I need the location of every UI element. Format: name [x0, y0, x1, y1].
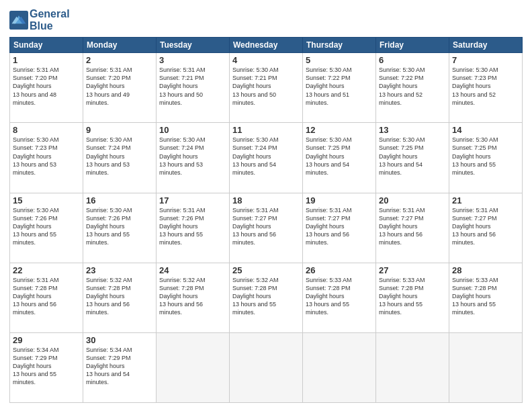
day-number: 18: [232, 195, 300, 205]
day-number: 15: [13, 195, 80, 205]
calendar-cell: 1Sunrise: 5:31 AMSunset: 7:20 PMDaylight…: [10, 53, 83, 123]
day-number: 23: [86, 265, 153, 275]
day-number: 29: [13, 335, 80, 345]
cell-info: Sunrise: 5:31 AMSunset: 7:20 PMDaylight …: [13, 66, 80, 107]
cell-info: Sunrise: 5:30 AMSunset: 7:21 PMDaylight …: [232, 66, 300, 107]
cell-info: Sunrise: 5:30 AMSunset: 7:22 PMDaylight …: [379, 66, 446, 107]
day-number: 1: [13, 55, 80, 65]
calendar-cell: 3Sunrise: 5:31 AMSunset: 7:21 PMDaylight…: [157, 53, 230, 123]
weekday-header-row: SundayMondayTuesdayWednesdayThursdayFrid…: [10, 38, 523, 53]
cell-info: Sunrise: 5:33 AMSunset: 7:28 PMDaylight …: [452, 276, 519, 317]
day-number: 7: [452, 55, 519, 65]
cell-info: Sunrise: 5:30 AMSunset: 7:26 PMDaylight …: [86, 206, 153, 247]
cell-info: Sunrise: 5:31 AMSunset: 7:27 PMDaylight …: [452, 206, 519, 247]
cell-info: Sunrise: 5:30 AMSunset: 7:25 PMDaylight …: [306, 136, 373, 177]
calendar-cell: 11Sunrise: 5:30 AMSunset: 7:24 PMDayligh…: [230, 123, 303, 193]
cell-info: Sunrise: 5:30 AMSunset: 7:25 PMDaylight …: [379, 136, 446, 177]
day-number: 14: [452, 125, 519, 135]
calendar-cell: 13Sunrise: 5:30 AMSunset: 7:25 PMDayligh…: [376, 123, 449, 193]
calendar-cell: 21Sunrise: 5:31 AMSunset: 7:27 PMDayligh…: [449, 193, 523, 263]
day-number: 22: [13, 265, 80, 275]
calendar-cell: 18Sunrise: 5:31 AMSunset: 7:27 PMDayligh…: [230, 193, 303, 263]
calendar-cell: 7Sunrise: 5:30 AMSunset: 7:23 PMDaylight…: [449, 53, 523, 123]
cell-info: Sunrise: 5:32 AMSunset: 7:28 PMDaylight …: [159, 276, 226, 317]
calendar-cell: 22Sunrise: 5:31 AMSunset: 7:28 PMDayligh…: [10, 263, 83, 332]
calendar-cell: 24Sunrise: 5:32 AMSunset: 7:28 PMDayligh…: [157, 263, 230, 332]
calendar-cell: 28Sunrise: 5:33 AMSunset: 7:28 PMDayligh…: [449, 263, 523, 332]
cell-info: Sunrise: 5:34 AMSunset: 7:29 PMDaylight …: [13, 346, 80, 387]
week-row-2: 15Sunrise: 5:30 AMSunset: 7:26 PMDayligh…: [10, 193, 523, 263]
calendar-cell: 15Sunrise: 5:30 AMSunset: 7:26 PMDayligh…: [10, 193, 83, 263]
calendar-cell: 17Sunrise: 5:31 AMSunset: 7:26 PMDayligh…: [157, 193, 230, 263]
week-row-3: 22Sunrise: 5:31 AMSunset: 7:28 PMDayligh…: [10, 263, 523, 332]
calendar-cell: [376, 332, 449, 402]
calendar-cell: 12Sunrise: 5:30 AMSunset: 7:25 PMDayligh…: [303, 123, 376, 193]
day-number: 9: [86, 125, 153, 135]
cell-info: Sunrise: 5:30 AMSunset: 7:24 PMDaylight …: [232, 136, 300, 177]
calendar-table: SundayMondayTuesdayWednesdayThursdayFrid…: [9, 37, 523, 403]
day-number: 12: [306, 125, 373, 135]
week-row-1: 8Sunrise: 5:30 AMSunset: 7:23 PMDaylight…: [10, 123, 523, 193]
calendar-cell: 30Sunrise: 5:34 AMSunset: 7:29 PMDayligh…: [83, 332, 157, 402]
day-number: 16: [86, 195, 153, 205]
cell-info: Sunrise: 5:30 AMSunset: 7:24 PMDaylight …: [86, 136, 153, 177]
day-number: 27: [379, 265, 446, 275]
calendar-cell: 6Sunrise: 5:30 AMSunset: 7:22 PMDaylight…: [376, 53, 449, 123]
cell-info: Sunrise: 5:32 AMSunset: 7:28 PMDaylight …: [86, 276, 153, 317]
day-number: 2: [86, 55, 153, 65]
cell-info: Sunrise: 5:31 AMSunset: 7:21 PMDaylight …: [159, 66, 226, 107]
day-number: 20: [379, 195, 446, 205]
calendar-cell: 4Sunrise: 5:30 AMSunset: 7:21 PMDaylight…: [230, 53, 303, 123]
day-number: 19: [306, 195, 373, 205]
calendar-cell: 2Sunrise: 5:31 AMSunset: 7:20 PMDaylight…: [83, 53, 157, 123]
calendar-cell: 8Sunrise: 5:30 AMSunset: 7:23 PMDaylight…: [10, 123, 83, 193]
day-number: 21: [452, 195, 519, 205]
weekday-header-wednesday: Wednesday: [230, 38, 303, 53]
weekday-header-thursday: Thursday: [303, 38, 376, 53]
cell-info: Sunrise: 5:34 AMSunset: 7:29 PMDaylight …: [86, 346, 153, 387]
calendar-cell: 23Sunrise: 5:32 AMSunset: 7:28 PMDayligh…: [83, 263, 157, 332]
calendar-cell: 29Sunrise: 5:34 AMSunset: 7:29 PMDayligh…: [10, 332, 83, 402]
cell-info: Sunrise: 5:33 AMSunset: 7:28 PMDaylight …: [379, 276, 446, 317]
cell-info: Sunrise: 5:31 AMSunset: 7:26 PMDaylight …: [159, 206, 226, 247]
day-number: 6: [379, 55, 446, 65]
day-number: 17: [159, 195, 226, 205]
calendar-cell: 14Sunrise: 5:30 AMSunset: 7:25 PMDayligh…: [449, 123, 523, 193]
week-row-4: 29Sunrise: 5:34 AMSunset: 7:29 PMDayligh…: [10, 332, 523, 402]
weekday-header-saturday: Saturday: [449, 38, 523, 53]
cell-info: Sunrise: 5:30 AMSunset: 7:23 PMDaylight …: [13, 136, 80, 177]
cell-info: Sunrise: 5:31 AMSunset: 7:27 PMDaylight …: [306, 206, 373, 247]
calendar-cell: 19Sunrise: 5:31 AMSunset: 7:27 PMDayligh…: [303, 193, 376, 263]
cell-info: Sunrise: 5:32 AMSunset: 7:28 PMDaylight …: [232, 276, 300, 317]
calendar-cell: 26Sunrise: 5:33 AMSunset: 7:28 PMDayligh…: [303, 263, 376, 332]
calendar-cell: 20Sunrise: 5:31 AMSunset: 7:27 PMDayligh…: [376, 193, 449, 263]
cell-info: Sunrise: 5:31 AMSunset: 7:20 PMDaylight …: [86, 66, 153, 107]
calendar-cell: 27Sunrise: 5:33 AMSunset: 7:28 PMDayligh…: [376, 263, 449, 332]
weekday-header-tuesday: Tuesday: [157, 38, 230, 53]
cell-info: Sunrise: 5:30 AMSunset: 7:25 PMDaylight …: [452, 136, 519, 177]
calendar-cell: 25Sunrise: 5:32 AMSunset: 7:28 PMDayligh…: [230, 263, 303, 332]
calendar-cell: 10Sunrise: 5:30 AMSunset: 7:24 PMDayligh…: [157, 123, 230, 193]
header: General Blue: [9, 8, 523, 32]
day-number: 10: [159, 125, 226, 135]
weekday-header-monday: Monday: [83, 38, 157, 53]
page: General Blue SundayMondayTuesdayWednesda…: [0, 0, 532, 411]
cell-info: Sunrise: 5:31 AMSunset: 7:27 PMDaylight …: [379, 206, 446, 247]
logo: General Blue: [9, 8, 70, 32]
cell-info: Sunrise: 5:30 AMSunset: 7:23 PMDaylight …: [452, 66, 519, 107]
cell-info: Sunrise: 5:30 AMSunset: 7:26 PMDaylight …: [13, 206, 80, 247]
calendar-cell: [157, 332, 230, 402]
weekday-header-friday: Friday: [376, 38, 449, 53]
cell-info: Sunrise: 5:30 AMSunset: 7:22 PMDaylight …: [306, 66, 373, 107]
day-number: 30: [86, 335, 153, 345]
calendar-cell: [449, 332, 523, 402]
calendar-cell: [303, 332, 376, 402]
day-number: 3: [159, 55, 226, 65]
week-row-0: 1Sunrise: 5:31 AMSunset: 7:20 PMDaylight…: [10, 53, 523, 123]
logo-icon: [9, 11, 28, 30]
day-number: 24: [159, 265, 226, 275]
day-number: 8: [13, 125, 80, 135]
day-number: 11: [232, 125, 300, 135]
cell-info: Sunrise: 5:31 AMSunset: 7:27 PMDaylight …: [232, 206, 300, 247]
day-number: 4: [232, 55, 300, 65]
